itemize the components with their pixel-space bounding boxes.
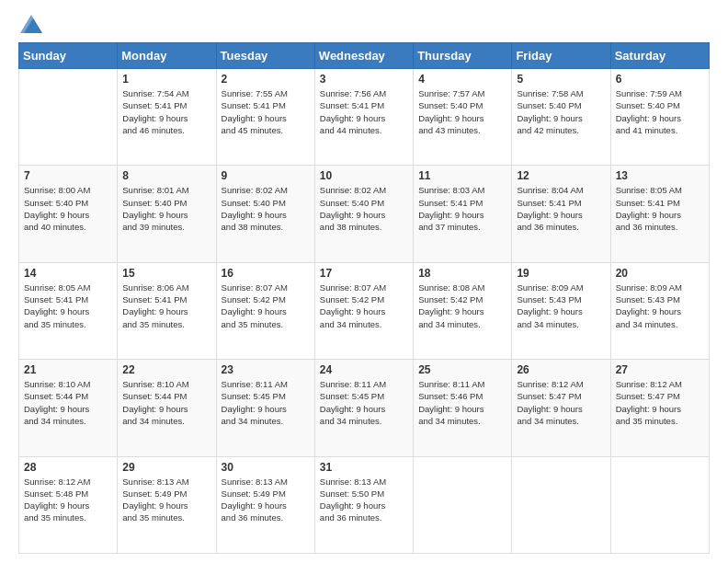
logo (18, 15, 42, 33)
calendar-cell: 9Sunrise: 8:02 AM Sunset: 5:40 PM Daylig… (216, 166, 314, 262)
day-info: Sunrise: 8:02 AM Sunset: 5:40 PM Dayligh… (320, 184, 408, 233)
calendar-cell: 14Sunrise: 8:05 AM Sunset: 5:41 PM Dayli… (19, 262, 118, 359)
day-number: 18 (418, 267, 506, 280)
day-info: Sunrise: 7:56 AM Sunset: 5:41 PM Dayligh… (320, 87, 408, 136)
day-info: Sunrise: 7:55 AM Sunset: 5:41 PM Dayligh… (222, 87, 310, 136)
weekday-header-sunday: Sunday (19, 43, 118, 69)
calendar-cell (512, 456, 610, 553)
calendar-cell: 25Sunrise: 8:11 AM Sunset: 5:46 PM Dayli… (414, 360, 512, 456)
calendar-cell: 16Sunrise: 8:07 AM Sunset: 5:42 PM Dayli… (216, 262, 314, 359)
day-info: Sunrise: 7:54 AM Sunset: 5:41 PM Dayligh… (122, 87, 210, 136)
weekday-header-row: SundayMondayTuesdayWednesdayThursdayFrid… (19, 43, 710, 69)
calendar-cell: 8Sunrise: 8:01 AM Sunset: 5:40 PM Daylig… (118, 166, 216, 262)
day-number: 9 (222, 169, 310, 182)
day-info: Sunrise: 7:57 AM Sunset: 5:40 PM Dayligh… (418, 87, 506, 136)
day-number: 6 (616, 73, 704, 86)
calendar-cell: 12Sunrise: 8:04 AM Sunset: 5:41 PM Dayli… (512, 166, 610, 262)
day-info: Sunrise: 8:08 AM Sunset: 5:42 PM Dayligh… (418, 282, 506, 330)
day-info: Sunrise: 8:10 AM Sunset: 5:44 PM Dayligh… (122, 378, 210, 427)
day-info: Sunrise: 8:07 AM Sunset: 5:42 PM Dayligh… (222, 282, 310, 330)
weekday-header-tuesday: Tuesday (216, 43, 314, 69)
day-number: 29 (122, 461, 210, 474)
weekday-header-friday: Friday (512, 43, 610, 69)
day-info: Sunrise: 8:12 AM Sunset: 5:47 PM Dayligh… (517, 378, 605, 427)
day-info: Sunrise: 8:05 AM Sunset: 5:41 PM Dayligh… (24, 282, 112, 330)
calendar-table: SundayMondayTuesdayWednesdayThursdayFrid… (18, 42, 710, 554)
calendar-cell: 5Sunrise: 7:58 AM Sunset: 5:40 PM Daylig… (512, 69, 610, 166)
day-number: 22 (122, 363, 210, 376)
calendar-cell: 23Sunrise: 8:11 AM Sunset: 5:45 PM Dayli… (216, 360, 314, 456)
day-number: 1 (122, 73, 210, 86)
logo-icon (20, 15, 42, 33)
week-row-1: 1Sunrise: 7:54 AM Sunset: 5:41 PM Daylig… (19, 69, 710, 166)
calendar-cell: 17Sunrise: 8:07 AM Sunset: 5:42 PM Dayli… (314, 262, 413, 359)
calendar-cell: 19Sunrise: 8:09 AM Sunset: 5:43 PM Dayli… (512, 262, 610, 359)
day-number: 28 (24, 461, 112, 474)
week-row-2: 7Sunrise: 8:00 AM Sunset: 5:40 PM Daylig… (19, 166, 710, 262)
day-info: Sunrise: 8:02 AM Sunset: 5:40 PM Dayligh… (222, 184, 310, 233)
day-number: 21 (24, 363, 112, 376)
calendar-cell: 1Sunrise: 7:54 AM Sunset: 5:41 PM Daylig… (118, 69, 216, 166)
calendar-cell: 15Sunrise: 8:06 AM Sunset: 5:41 PM Dayli… (118, 262, 216, 359)
day-info: Sunrise: 8:13 AM Sunset: 5:49 PM Dayligh… (122, 476, 210, 524)
day-info: Sunrise: 8:07 AM Sunset: 5:42 PM Dayligh… (320, 282, 408, 330)
calendar-cell: 2Sunrise: 7:55 AM Sunset: 5:41 PM Daylig… (216, 69, 314, 166)
day-info: Sunrise: 8:13 AM Sunset: 5:50 PM Dayligh… (320, 476, 408, 524)
day-info: Sunrise: 8:11 AM Sunset: 5:45 PM Dayligh… (222, 378, 310, 427)
day-info: Sunrise: 8:10 AM Sunset: 5:44 PM Dayligh… (24, 378, 112, 427)
day-number: 23 (222, 363, 310, 376)
day-number: 14 (24, 267, 112, 280)
calendar-cell: 28Sunrise: 8:12 AM Sunset: 5:48 PM Dayli… (19, 456, 118, 553)
calendar-cell: 4Sunrise: 7:57 AM Sunset: 5:40 PM Daylig… (414, 69, 512, 166)
day-number: 20 (616, 267, 704, 280)
day-number: 2 (222, 73, 310, 86)
header (18, 15, 710, 33)
calendar-cell: 3Sunrise: 7:56 AM Sunset: 5:41 PM Daylig… (314, 69, 413, 166)
day-info: Sunrise: 8:11 AM Sunset: 5:46 PM Dayligh… (418, 378, 506, 427)
day-number: 16 (222, 267, 310, 280)
day-info: Sunrise: 8:06 AM Sunset: 5:41 PM Dayligh… (122, 282, 210, 330)
day-number: 4 (418, 73, 506, 86)
day-number: 27 (616, 363, 704, 376)
calendar-cell: 21Sunrise: 8:10 AM Sunset: 5:44 PM Dayli… (19, 360, 118, 456)
day-number: 3 (320, 73, 408, 86)
day-number: 11 (418, 169, 506, 182)
calendar-cell: 30Sunrise: 8:13 AM Sunset: 5:49 PM Dayli… (216, 456, 314, 553)
day-info: Sunrise: 8:04 AM Sunset: 5:41 PM Dayligh… (517, 184, 605, 233)
day-info: Sunrise: 8:00 AM Sunset: 5:40 PM Dayligh… (24, 184, 112, 233)
calendar-cell: 10Sunrise: 8:02 AM Sunset: 5:40 PM Dayli… (314, 166, 413, 262)
week-row-4: 21Sunrise: 8:10 AM Sunset: 5:44 PM Dayli… (19, 360, 710, 456)
weekday-header-saturday: Saturday (610, 43, 709, 69)
day-info: Sunrise: 8:13 AM Sunset: 5:49 PM Dayligh… (222, 476, 310, 524)
day-number: 30 (222, 461, 310, 474)
day-number: 19 (517, 267, 605, 280)
day-info: Sunrise: 8:03 AM Sunset: 5:41 PM Dayligh… (418, 184, 506, 233)
calendar-cell (610, 456, 709, 553)
day-info: Sunrise: 8:12 AM Sunset: 5:48 PM Dayligh… (24, 476, 112, 524)
calendar-cell: 26Sunrise: 8:12 AM Sunset: 5:47 PM Dayli… (512, 360, 610, 456)
day-number: 24 (320, 363, 408, 376)
day-info: Sunrise: 8:09 AM Sunset: 5:43 PM Dayligh… (517, 282, 605, 330)
page: SundayMondayTuesdayWednesdayThursdayFrid… (0, 0, 728, 563)
day-number: 25 (418, 363, 506, 376)
day-number: 5 (517, 73, 605, 86)
day-number: 13 (616, 169, 704, 182)
calendar-cell: 29Sunrise: 8:13 AM Sunset: 5:49 PM Dayli… (118, 456, 216, 553)
day-number: 15 (122, 267, 210, 280)
calendar-cell: 31Sunrise: 8:13 AM Sunset: 5:50 PM Dayli… (314, 456, 413, 553)
day-number: 26 (517, 363, 605, 376)
day-number: 8 (122, 169, 210, 182)
day-info: Sunrise: 8:11 AM Sunset: 5:45 PM Dayligh… (320, 378, 408, 427)
calendar-cell: 18Sunrise: 8:08 AM Sunset: 5:42 PM Dayli… (414, 262, 512, 359)
calendar-cell: 20Sunrise: 8:09 AM Sunset: 5:43 PM Dayli… (610, 262, 709, 359)
calendar-cell: 6Sunrise: 7:59 AM Sunset: 5:40 PM Daylig… (610, 69, 709, 166)
day-info: Sunrise: 8:05 AM Sunset: 5:41 PM Dayligh… (616, 184, 704, 233)
calendar-cell: 22Sunrise: 8:10 AM Sunset: 5:44 PM Dayli… (118, 360, 216, 456)
day-number: 17 (320, 267, 408, 280)
weekday-header-monday: Monday (118, 43, 216, 69)
day-info: Sunrise: 8:09 AM Sunset: 5:43 PM Dayligh… (616, 282, 704, 330)
calendar-cell: 7Sunrise: 8:00 AM Sunset: 5:40 PM Daylig… (19, 166, 118, 262)
calendar-cell: 13Sunrise: 8:05 AM Sunset: 5:41 PM Dayli… (610, 166, 709, 262)
week-row-5: 28Sunrise: 8:12 AM Sunset: 5:48 PM Dayli… (19, 456, 710, 553)
day-info: Sunrise: 8:01 AM Sunset: 5:40 PM Dayligh… (122, 184, 210, 233)
